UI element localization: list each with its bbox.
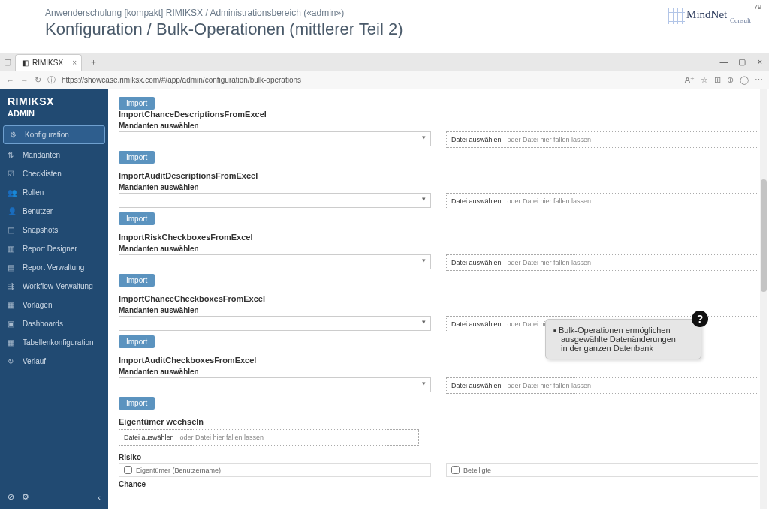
reload-icon[interactable]: ↻ [35, 75, 41, 85]
nav-label: Workflow-Verwaltung [23, 282, 93, 290]
import-button[interactable]: Import [119, 335, 155, 348]
file-hint: oder Datei hier fallen lassen [180, 434, 264, 441]
nav-icon: ▣ [8, 320, 17, 328]
sidebar-item-verlauf[interactable]: ↻Verlauf [0, 352, 108, 371]
participants-checkbox[interactable]: Beteiligte [446, 463, 758, 477]
nav-label: Mandanten [23, 151, 60, 159]
checkbox-input[interactable] [451, 466, 460, 474]
new-tab-button[interactable]: ＋ [86, 56, 100, 68]
help-icon[interactable]: ⊘ [8, 492, 14, 502]
operation-title: ImportChanceCheckboxesFromExcel [119, 294, 758, 303]
forward-icon[interactable]: → [20, 76, 29, 85]
nav-icon: 👤 [8, 207, 17, 215]
close-tab-icon[interactable]: × [72, 59, 77, 67]
collections-icon[interactable]: ⊞ [714, 75, 721, 85]
favicon-icon: ◧ [22, 59, 29, 67]
nav-label: Konfiguration [25, 131, 69, 139]
nav-icon: 👥 [8, 188, 17, 197]
mandant-label: Mandanten auswählen [119, 245, 758, 253]
import-button[interactable]: Import [119, 274, 155, 287]
mandant-label: Mandanten auswählen [119, 122, 758, 130]
read-aloud-icon[interactable]: A⁺ [685, 75, 695, 85]
more-icon[interactable]: ⋯ [755, 75, 763, 85]
nav-label: Rollen [23, 188, 44, 197]
nav-icon: ◫ [8, 226, 17, 234]
sidebar-item-mandanten[interactable]: ⇅Mandanten [0, 146, 108, 164]
import-button[interactable]: Import [119, 151, 155, 164]
collapse-icon[interactable]: ‹ [98, 493, 101, 502]
nav-label: Verlauf [23, 357, 46, 365]
nav-icon: ⚙ [10, 131, 19, 139]
checkbox-input[interactable] [124, 466, 132, 474]
sidebar-item-report-designer[interactable]: ▥Report Designer [0, 239, 108, 258]
file-select-text: Datei auswählen [124, 434, 174, 441]
sidebar-item-konfiguration[interactable]: ⚙Konfiguration [3, 125, 105, 144]
help-badge-icon: ? [692, 311, 708, 327]
main-content: Import ImportChanceDescriptionsFromExcel… [108, 89, 769, 509]
tab-bar: ▢ ◧ RIMIKSX × ＋ — ▢ × [0, 53, 769, 71]
file-select-text: Datei auswählen [451, 259, 502, 266]
sidebar-item-snapshots[interactable]: ◫Snapshots [0, 221, 108, 239]
tab-title: RIMIKSX [32, 59, 63, 67]
file-hint: oder Datei hier fallen lassen [508, 382, 592, 389]
file-hint: oder Datei hier fallen lassen [508, 136, 592, 143]
close-icon[interactable]: × [751, 57, 769, 67]
scrollbar[interactable] [760, 89, 767, 509]
file-dropzone[interactable]: Datei auswählenoder Datei hier fallen la… [446, 131, 758, 148]
lock-icon: ⓘ [47, 74, 56, 86]
sidebar-item-dashboards[interactable]: ▣Dashboards [0, 314, 108, 333]
sidebar-item-vorlagen[interactable]: ▦Vorlagen [0, 296, 108, 314]
file-dropzone[interactable]: Datei auswählenoder Datei hier fallen la… [446, 254, 758, 271]
nav-icon: ▦ [8, 301, 17, 309]
file-dropzone[interactable]: Datei auswählenoder Datei hier fallen la… [446, 377, 758, 394]
import-button[interactable]: Import [119, 97, 155, 110]
url-field[interactable]: https://showcase.rimiksx.com/#/app/admin… [62, 76, 679, 84]
nav-label: Snapshots [23, 226, 58, 234]
import-button[interactable]: Import [119, 397, 155, 410]
scrollbar-thumb[interactable] [761, 179, 767, 292]
mandant-select[interactable] [119, 316, 431, 331]
nav-label: Report Designer [23, 245, 77, 253]
back-icon[interactable]: ← [6, 76, 14, 85]
owner-username-checkbox[interactable]: Eigentümer (Benutzername) [119, 463, 431, 477]
minimize-icon[interactable]: — [715, 57, 733, 67]
file-select-text: Datei auswählen [451, 320, 502, 328]
mandant-select[interactable] [119, 377, 431, 392]
nav-icon: ☑ [8, 170, 17, 178]
import-button[interactable]: Import [119, 212, 155, 225]
risk-label: Risiko [119, 453, 431, 461]
file-select-text: Datei auswählen [451, 382, 502, 389]
page-number: 79 [754, 3, 761, 11]
nav-label: Tabellenkonfiguration [23, 338, 94, 347]
file-dropzone[interactable]: Datei auswählenoder Datei hier fallen la… [446, 193, 758, 209]
sidebar-item-checklisten[interactable]: ☑Checklisten [0, 164, 108, 183]
operation-title: ImportChanceDescriptionsFromExcel [119, 110, 758, 119]
sidebar-item-tabellenkonfiguration[interactable]: ▦Tabellenkonfiguration [0, 333, 108, 352]
nav-label: Checklisten [23, 170, 62, 178]
mandant-select[interactable] [119, 254, 431, 269]
extensions-icon[interactable]: ⊕ [727, 75, 734, 85]
browser-tab[interactable]: ◧ RIMIKSX × [15, 54, 82, 71]
settings-icon[interactable]: ⚙ [22, 492, 29, 502]
sidebar-item-workflow-verwaltung[interactable]: ⇶Workflow-Verwaltung [0, 277, 108, 296]
mandant-select[interactable] [119, 193, 431, 208]
checkbox-label: Beteiligte [463, 467, 491, 474]
nav-label: Dashboards [23, 320, 63, 328]
sidebar: RIMIKSX ADMIN ⚙Konfiguration⇅Mandanten☑C… [0, 89, 108, 509]
profile-icon[interactable]: ◯ [740, 75, 749, 85]
file-dropzone[interactable]: Datei auswählen oder Datei hier fallen l… [119, 429, 419, 446]
taskview-icon[interactable]: ▢ [0, 57, 15, 67]
favorite-icon[interactable]: ☆ [701, 75, 708, 85]
maximize-icon[interactable]: ▢ [733, 57, 751, 67]
sidebar-item-rollen[interactable]: 👥Rollen [0, 183, 108, 202]
file-hint: oder Datei hier fallen lassen [508, 259, 592, 266]
mandant-select[interactable] [119, 131, 431, 146]
sidebar-item-report-verwaltung[interactable]: ▤Report Verwaltung [0, 258, 108, 277]
mandant-label: Mandanten auswählen [119, 368, 758, 376]
nav-label: Vorlagen [23, 301, 52, 309]
nav-icon: ↻ [8, 357, 17, 365]
nav-label: Report Verwaltung [23, 263, 84, 272]
file-select-text: Datei auswählen [451, 197, 502, 205]
sidebar-item-benutzer[interactable]: 👤Benutzer [0, 202, 108, 221]
brand-logo: RIMIKSX [0, 89, 108, 109]
